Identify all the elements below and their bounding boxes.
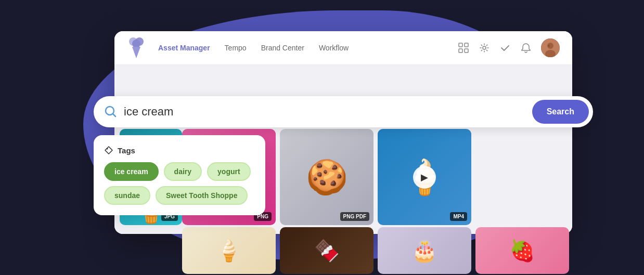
user-avatar[interactable] xyxy=(541,38,560,57)
svg-rect-4 xyxy=(459,43,462,47)
search-button[interactable]: Search xyxy=(532,100,589,124)
nav-links: Asset Manager Tempo Brand Center Workflo… xyxy=(158,44,458,52)
settings-icon[interactable] xyxy=(479,42,490,54)
svg-point-14 xyxy=(107,148,108,150)
search-input[interactable] xyxy=(124,105,532,119)
tags-grid: ice cream dairy yogurt sundae Sweet Toot… xyxy=(104,162,255,205)
tag-dairy[interactable]: dairy xyxy=(164,162,202,181)
notification-icon[interactable] xyxy=(520,42,532,54)
grid-icon[interactable] xyxy=(458,42,469,54)
tag-sweet-tooth-shoppe[interactable]: Sweet Tooth Shoppe xyxy=(156,186,248,205)
app-logo[interactable] xyxy=(127,36,146,59)
nav-asset-manager[interactable]: Asset Manager xyxy=(158,44,210,52)
image-card-2[interactable]: 🍪 PNG PDF xyxy=(280,129,373,225)
svg-point-12 xyxy=(548,45,550,47)
check-icon[interactable] xyxy=(499,42,511,54)
nav-icons xyxy=(458,38,560,57)
image-card-6[interactable]: 🍫 xyxy=(280,227,373,274)
nav-tempo[interactable]: Tempo xyxy=(225,44,247,52)
image-card-3[interactable]: 🍦 ▶ MP4 xyxy=(378,129,471,225)
svg-rect-7 xyxy=(465,49,468,53)
svg-rect-6 xyxy=(459,49,462,53)
image-row-2: 🍦 🍫 🎂 🍓 xyxy=(182,227,569,274)
nav-brand-center[interactable]: Brand Center xyxy=(261,44,304,52)
nav-workflow[interactable]: Workflow xyxy=(319,44,349,52)
search-section: Search Tags ice cream dairy yogurt sunda… xyxy=(94,96,598,127)
svg-point-2 xyxy=(132,40,140,48)
search-icon xyxy=(104,105,118,119)
image-card-7[interactable]: 🎂 xyxy=(378,227,471,274)
play-button-icon[interactable]: ▶ xyxy=(413,166,436,189)
tags-label: Tags xyxy=(118,146,135,155)
tags-dropdown: Tags ice cream dairy yogurt sundae Sweet… xyxy=(94,135,265,215)
navbar: Asset Manager Tempo Brand Center Workflo… xyxy=(114,31,572,65)
tag-yogurt[interactable]: yogurt xyxy=(207,162,251,181)
image-card-8[interactable]: 🍓 xyxy=(475,227,569,274)
tag-ice-cream[interactable]: ice cream xyxy=(104,162,159,181)
tags-header: Tags xyxy=(104,146,255,155)
image-card-5[interactable]: 🍦 xyxy=(182,227,276,274)
search-bar: Search xyxy=(94,96,593,127)
svg-point-8 xyxy=(483,46,486,49)
file-badge-3: MP4 xyxy=(450,212,467,221)
svg-marker-3 xyxy=(132,47,140,58)
svg-rect-5 xyxy=(465,43,468,47)
tag-sundae[interactable]: sundae xyxy=(104,186,150,205)
file-badge-2: PNG PDF xyxy=(340,212,369,221)
